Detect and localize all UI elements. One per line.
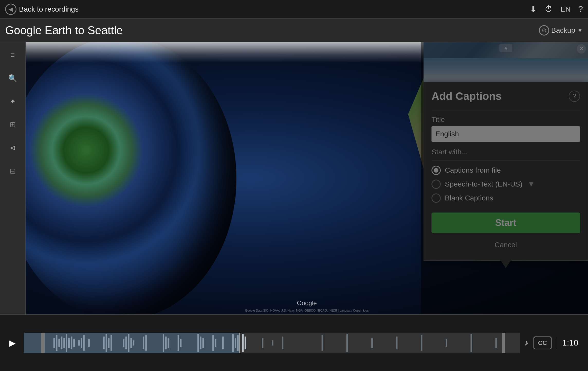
svg-rect-13 <box>103 337 105 349</box>
svg-rect-28 <box>180 339 182 347</box>
svg-rect-46 <box>396 337 398 349</box>
svg-rect-49 <box>471 334 472 352</box>
svg-rect-36 <box>235 338 236 348</box>
svg-rect-40 <box>262 338 263 348</box>
svg-rect-10 <box>81 338 82 348</box>
svg-rect-14 <box>106 334 107 352</box>
svg-rect-31 <box>203 338 204 348</box>
svg-rect-50 <box>495 338 497 348</box>
backup-icon: ⊘ <box>539 25 549 36</box>
svg-rect-12 <box>88 339 90 347</box>
svg-rect-2 <box>58 339 60 347</box>
data-credits: Google Data SIO, NOAA, U.S. Navy, NGA, G… <box>245 309 369 312</box>
timeline-area: ▶ <box>0 315 588 371</box>
sidebar-media-btn[interactable]: ⊞ <box>5 117 21 132</box>
controls-divider <box>557 338 557 348</box>
timeline-waveform <box>24 333 520 353</box>
duration-display: 1:10 <box>562 338 583 348</box>
play-button[interactable]: ▶ <box>5 336 20 350</box>
downloads-icon[interactable]: ⬇ <box>530 4 537 14</box>
timeline-left-handle[interactable] <box>41 333 45 353</box>
svg-rect-38 <box>242 334 244 352</box>
timeline-track[interactable]: 1:01.40 <box>24 333 520 353</box>
svg-rect-23 <box>145 335 147 351</box>
svg-rect-9 <box>78 340 80 346</box>
svg-rect-27 <box>178 335 179 351</box>
backup-dropdown-icon: ▼ <box>577 27 583 34</box>
svg-rect-25 <box>165 337 167 349</box>
svg-rect-30 <box>200 337 201 349</box>
backup-button[interactable]: ⊘ Backup ▼ <box>539 25 583 36</box>
svg-rect-22 <box>143 337 144 349</box>
timeline-right-handle[interactable] <box>502 333 505 353</box>
svg-rect-21 <box>133 340 134 346</box>
svg-rect-4 <box>63 338 65 348</box>
top-bar-right: ⬇ ⏱ EN ? <box>530 4 583 14</box>
timeline-wrapper: 1:01.40 <box>24 333 520 353</box>
sidebar-menu-btn[interactable]: ≡ <box>5 47 21 63</box>
sidebar-captions-btn[interactable]: ⊟ <box>5 163 21 179</box>
main-content: ≡ 🔍 ✦ ⊞ ⊲ ⊟ Seattle Google Google Data S… <box>0 42 588 314</box>
svg-rect-24 <box>163 334 164 352</box>
sidebar: ≡ 🔍 ✦ ⊞ ⊲ ⊟ <box>0 42 26 314</box>
sidebar-search-btn[interactable]: 🔍 <box>5 70 21 86</box>
earth-globe <box>26 42 236 314</box>
timeline-playhead <box>240 333 240 353</box>
svg-rect-3 <box>61 337 62 349</box>
page-title: Google Earth to Seattle <box>5 24 123 37</box>
svg-rect-48 <box>446 339 447 347</box>
svg-rect-29 <box>197 334 199 352</box>
svg-rect-1 <box>56 335 58 351</box>
google-watermark: Google <box>297 299 317 307</box>
popup-overlay <box>421 42 588 314</box>
language-label[interactable]: EN <box>561 5 571 13</box>
svg-rect-35 <box>232 334 234 352</box>
back-label: Back to recordings <box>19 5 79 13</box>
history-icon[interactable]: ⏱ <box>545 4 553 14</box>
svg-rect-43 <box>321 335 323 351</box>
svg-rect-18 <box>125 337 127 349</box>
svg-rect-26 <box>168 338 169 348</box>
sidebar-share-btn[interactable]: ⊲ <box>5 140 21 155</box>
svg-rect-20 <box>130 338 132 348</box>
svg-rect-6 <box>68 338 70 348</box>
controls-right: ♪ CC 1:10 <box>524 337 583 349</box>
svg-rect-34 <box>222 337 224 349</box>
svg-rect-37 <box>237 335 239 351</box>
svg-rect-33 <box>215 339 216 347</box>
title-bar: Google Earth to Seattle ⊘ Backup ▼ <box>0 19 588 42</box>
sidebar-effects-btn[interactable]: ✦ <box>5 94 21 109</box>
svg-rect-0 <box>53 338 55 348</box>
back-arrow-icon: ◀ <box>5 4 16 15</box>
svg-rect-17 <box>123 339 124 347</box>
svg-rect-16 <box>111 335 112 351</box>
controls-bar: ▶ <box>0 314 588 371</box>
svg-rect-5 <box>66 334 67 352</box>
svg-rect-7 <box>71 337 72 349</box>
svg-rect-47 <box>421 335 422 351</box>
svg-rect-19 <box>128 334 130 352</box>
video-area: Seattle Google Google Data SIO, NOAA, U.… <box>26 42 588 314</box>
music-icon[interactable]: ♪ <box>524 338 528 348</box>
svg-rect-32 <box>212 335 214 351</box>
backup-label: Backup <box>551 26 575 34</box>
svg-rect-8 <box>73 339 75 347</box>
svg-rect-11 <box>83 335 85 351</box>
title-bar-right: ⊘ Backup ▼ <box>539 25 583 36</box>
cc-button[interactable]: CC <box>534 337 552 349</box>
svg-rect-41 <box>272 340 273 346</box>
svg-rect-45 <box>371 338 373 348</box>
svg-rect-39 <box>245 337 246 349</box>
svg-rect-44 <box>346 334 348 352</box>
back-button[interactable]: ◀ Back to recordings <box>5 4 79 15</box>
top-bar: ◀ Back to recordings ⬇ ⏱ EN ? <box>0 0 588 19</box>
help-icon[interactable]: ? <box>578 4 583 14</box>
svg-rect-42 <box>282 337 283 349</box>
svg-rect-15 <box>108 338 109 348</box>
